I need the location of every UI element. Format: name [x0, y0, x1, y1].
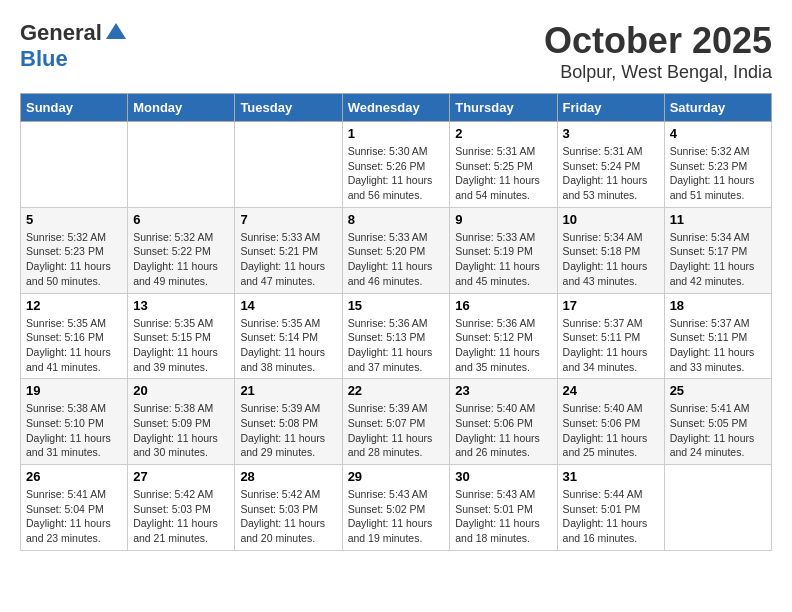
day-number: 2	[455, 126, 551, 141]
day-info: Sunrise: 5:32 AM Sunset: 5:23 PM Dayligh…	[670, 144, 766, 203]
calendar-cell: 5Sunrise: 5:32 AM Sunset: 5:23 PM Daylig…	[21, 207, 128, 293]
calendar-cell: 2Sunrise: 5:31 AM Sunset: 5:25 PM Daylig…	[450, 122, 557, 208]
calendar-cell: 22Sunrise: 5:39 AM Sunset: 5:07 PM Dayli…	[342, 379, 450, 465]
day-info: Sunrise: 5:41 AM Sunset: 5:05 PM Dayligh…	[670, 401, 766, 460]
week-row-2: 12Sunrise: 5:35 AM Sunset: 5:16 PM Dayli…	[21, 293, 772, 379]
day-info: Sunrise: 5:40 AM Sunset: 5:06 PM Dayligh…	[563, 401, 659, 460]
header-sunday: Sunday	[21, 94, 128, 122]
day-info: Sunrise: 5:37 AM Sunset: 5:11 PM Dayligh…	[563, 316, 659, 375]
calendar-cell: 12Sunrise: 5:35 AM Sunset: 5:16 PM Dayli…	[21, 293, 128, 379]
calendar-cell: 19Sunrise: 5:38 AM Sunset: 5:10 PM Dayli…	[21, 379, 128, 465]
day-info: Sunrise: 5:34 AM Sunset: 5:17 PM Dayligh…	[670, 230, 766, 289]
day-info: Sunrise: 5:33 AM Sunset: 5:20 PM Dayligh…	[348, 230, 445, 289]
calendar-cell: 17Sunrise: 5:37 AM Sunset: 5:11 PM Dayli…	[557, 293, 664, 379]
calendar-cell: 6Sunrise: 5:32 AM Sunset: 5:22 PM Daylig…	[128, 207, 235, 293]
day-info: Sunrise: 5:43 AM Sunset: 5:01 PM Dayligh…	[455, 487, 551, 546]
day-info: Sunrise: 5:38 AM Sunset: 5:10 PM Dayligh…	[26, 401, 122, 460]
day-number: 18	[670, 298, 766, 313]
calendar-cell: 14Sunrise: 5:35 AM Sunset: 5:14 PM Dayli…	[235, 293, 342, 379]
day-info: Sunrise: 5:38 AM Sunset: 5:09 PM Dayligh…	[133, 401, 229, 460]
day-number: 29	[348, 469, 445, 484]
day-number: 10	[563, 212, 659, 227]
calendar-cell: 8Sunrise: 5:33 AM Sunset: 5:20 PM Daylig…	[342, 207, 450, 293]
day-info: Sunrise: 5:40 AM Sunset: 5:06 PM Dayligh…	[455, 401, 551, 460]
day-info: Sunrise: 5:32 AM Sunset: 5:23 PM Dayligh…	[26, 230, 122, 289]
calendar-cell: 9Sunrise: 5:33 AM Sunset: 5:19 PM Daylig…	[450, 207, 557, 293]
day-number: 8	[348, 212, 445, 227]
week-row-1: 5Sunrise: 5:32 AM Sunset: 5:23 PM Daylig…	[21, 207, 772, 293]
week-row-3: 19Sunrise: 5:38 AM Sunset: 5:10 PM Dayli…	[21, 379, 772, 465]
title-location: Bolpur, West Bengal, India	[544, 62, 772, 83]
logo-blue-text: Blue	[20, 46, 68, 71]
day-number: 13	[133, 298, 229, 313]
day-number: 17	[563, 298, 659, 313]
calendar-cell: 31Sunrise: 5:44 AM Sunset: 5:01 PM Dayli…	[557, 465, 664, 551]
day-number: 6	[133, 212, 229, 227]
calendar-cell: 1Sunrise: 5:30 AM Sunset: 5:26 PM Daylig…	[342, 122, 450, 208]
calendar-cell: 4Sunrise: 5:32 AM Sunset: 5:23 PM Daylig…	[664, 122, 771, 208]
calendar-cell: 13Sunrise: 5:35 AM Sunset: 5:15 PM Dayli…	[128, 293, 235, 379]
header-thursday: Thursday	[450, 94, 557, 122]
day-info: Sunrise: 5:39 AM Sunset: 5:08 PM Dayligh…	[240, 401, 336, 460]
day-number: 31	[563, 469, 659, 484]
day-number: 1	[348, 126, 445, 141]
day-number: 12	[26, 298, 122, 313]
calendar-table: SundayMondayTuesdayWednesdayThursdayFrid…	[20, 93, 772, 551]
logo-icon	[104, 21, 128, 45]
day-number: 5	[26, 212, 122, 227]
day-info: Sunrise: 5:34 AM Sunset: 5:18 PM Dayligh…	[563, 230, 659, 289]
svg-marker-0	[106, 23, 126, 39]
day-info: Sunrise: 5:44 AM Sunset: 5:01 PM Dayligh…	[563, 487, 659, 546]
day-number: 7	[240, 212, 336, 227]
day-number: 26	[26, 469, 122, 484]
day-info: Sunrise: 5:35 AM Sunset: 5:14 PM Dayligh…	[240, 316, 336, 375]
calendar-cell: 24Sunrise: 5:40 AM Sunset: 5:06 PM Dayli…	[557, 379, 664, 465]
day-info: Sunrise: 5:43 AM Sunset: 5:02 PM Dayligh…	[348, 487, 445, 546]
day-number: 20	[133, 383, 229, 398]
calendar-cell: 18Sunrise: 5:37 AM Sunset: 5:11 PM Dayli…	[664, 293, 771, 379]
week-row-4: 26Sunrise: 5:41 AM Sunset: 5:04 PM Dayli…	[21, 465, 772, 551]
day-number: 15	[348, 298, 445, 313]
calendar-cell	[21, 122, 128, 208]
calendar-cell: 25Sunrise: 5:41 AM Sunset: 5:05 PM Dayli…	[664, 379, 771, 465]
calendar-cell: 10Sunrise: 5:34 AM Sunset: 5:18 PM Dayli…	[557, 207, 664, 293]
day-info: Sunrise: 5:42 AM Sunset: 5:03 PM Dayligh…	[133, 487, 229, 546]
header-tuesday: Tuesday	[235, 94, 342, 122]
day-number: 9	[455, 212, 551, 227]
day-number: 21	[240, 383, 336, 398]
day-number: 3	[563, 126, 659, 141]
day-info: Sunrise: 5:42 AM Sunset: 5:03 PM Dayligh…	[240, 487, 336, 546]
calendar-cell: 27Sunrise: 5:42 AM Sunset: 5:03 PM Dayli…	[128, 465, 235, 551]
day-number: 22	[348, 383, 445, 398]
calendar-cell: 15Sunrise: 5:36 AM Sunset: 5:13 PM Dayli…	[342, 293, 450, 379]
logo-general-text: General	[20, 20, 102, 46]
day-number: 16	[455, 298, 551, 313]
day-info: Sunrise: 5:35 AM Sunset: 5:15 PM Dayligh…	[133, 316, 229, 375]
title-area: October 2025 Bolpur, West Bengal, India	[544, 20, 772, 83]
page-header: General Blue October 2025 Bolpur, West B…	[20, 20, 772, 83]
calendar-cell: 16Sunrise: 5:36 AM Sunset: 5:12 PM Dayli…	[450, 293, 557, 379]
day-number: 19	[26, 383, 122, 398]
title-month: October 2025	[544, 20, 772, 62]
calendar-cell: 30Sunrise: 5:43 AM Sunset: 5:01 PM Dayli…	[450, 465, 557, 551]
calendar-cell: 20Sunrise: 5:38 AM Sunset: 5:09 PM Dayli…	[128, 379, 235, 465]
day-info: Sunrise: 5:31 AM Sunset: 5:24 PM Dayligh…	[563, 144, 659, 203]
day-info: Sunrise: 5:33 AM Sunset: 5:21 PM Dayligh…	[240, 230, 336, 289]
calendar-cell: 28Sunrise: 5:42 AM Sunset: 5:03 PM Dayli…	[235, 465, 342, 551]
day-info: Sunrise: 5:31 AM Sunset: 5:25 PM Dayligh…	[455, 144, 551, 203]
calendar-cell: 11Sunrise: 5:34 AM Sunset: 5:17 PM Dayli…	[664, 207, 771, 293]
day-number: 30	[455, 469, 551, 484]
calendar-cell: 7Sunrise: 5:33 AM Sunset: 5:21 PM Daylig…	[235, 207, 342, 293]
calendar-cell: 3Sunrise: 5:31 AM Sunset: 5:24 PM Daylig…	[557, 122, 664, 208]
day-info: Sunrise: 5:37 AM Sunset: 5:11 PM Dayligh…	[670, 316, 766, 375]
calendar-cell	[664, 465, 771, 551]
day-info: Sunrise: 5:35 AM Sunset: 5:16 PM Dayligh…	[26, 316, 122, 375]
day-number: 11	[670, 212, 766, 227]
day-info: Sunrise: 5:32 AM Sunset: 5:22 PM Dayligh…	[133, 230, 229, 289]
day-number: 24	[563, 383, 659, 398]
header-friday: Friday	[557, 94, 664, 122]
header-wednesday: Wednesday	[342, 94, 450, 122]
day-number: 23	[455, 383, 551, 398]
day-info: Sunrise: 5:36 AM Sunset: 5:13 PM Dayligh…	[348, 316, 445, 375]
day-info: Sunrise: 5:30 AM Sunset: 5:26 PM Dayligh…	[348, 144, 445, 203]
